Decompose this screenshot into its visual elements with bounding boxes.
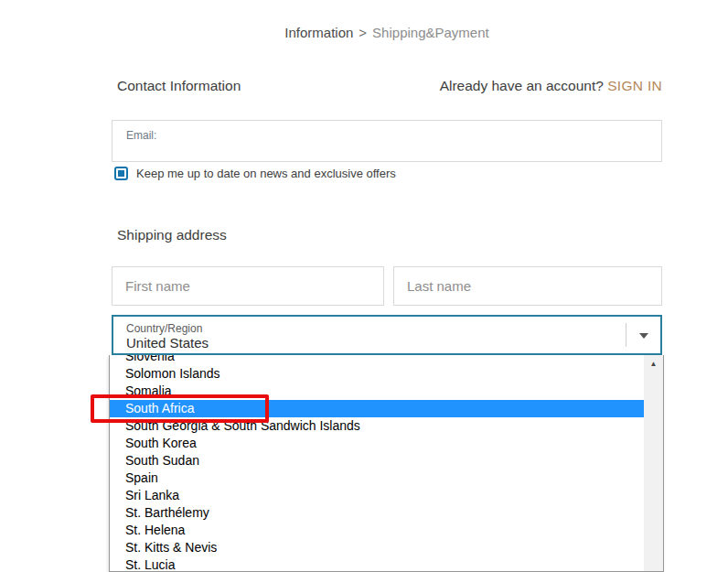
country-option-st-helena[interactable]: St. Helena [110,522,644,539]
first-name-input[interactable] [112,266,384,306]
account-prompt: Already have an account? SIGN IN [440,78,662,94]
breadcrumb-separator: > [359,25,367,40]
newsletter-checkbox[interactable] [114,167,128,180]
breadcrumb-step-shipping-payment[interactable]: Shipping&Payment [372,25,489,40]
country-option-solomon-islands[interactable]: Solomon Islands [110,365,644,383]
country-region-label: Country/Region [126,322,202,335]
country-region-value: United States [126,335,209,351]
sign-in-link[interactable]: SIGN IN [607,78,662,93]
email-input[interactable]: Email: [112,120,662,162]
last-name-input[interactable] [393,266,662,306]
country-dropdown-items: Slovenia Solomon Islands Somalia South A… [110,355,644,572]
scroll-up-arrow-icon[interactable]: ▲ [644,355,663,372]
chevron-down-icon[interactable] [639,333,648,339]
account-prompt-text: Already have an account? [440,78,604,93]
country-option-somalia[interactable]: Somalia [110,383,644,400]
shipping-address-heading: Shipping address [117,227,227,243]
breadcrumb-step-information[interactable]: Information [284,25,353,40]
select-divider [626,323,626,347]
checkout-page: Information>Shipping&Payment Contact Inf… [0,0,728,572]
country-option-south-korea[interactable]: South Korea [110,435,644,452]
country-option-south-africa[interactable]: South Africa [110,400,644,417]
country-option-sri-lanka[interactable]: Sri Lanka [110,487,644,504]
country-option-st-lucia[interactable]: St. Lucia [110,556,644,572]
country-region-select[interactable]: Country/Region United States [112,315,662,355]
newsletter-row: Keep me up to date on news and exclusive… [114,167,396,180]
email-label: Email: [126,129,156,142]
country-option-spain[interactable]: Spain [110,469,644,487]
country-option-south-sudan[interactable]: South Sudan [110,452,644,469]
newsletter-label: Keep me up to date on news and exclusive… [136,167,396,180]
country-option-st-barthelemy[interactable]: St. Barthélemy [110,504,644,522]
country-option-slovenia[interactable]: Slovenia [110,355,644,365]
country-dropdown-list: Slovenia Solomon Islands Somalia South A… [109,355,664,572]
country-option-south-georgia[interactable]: South Georgia & South Sandwich Islands [110,417,644,435]
breadcrumb: Information>Shipping&Payment [112,25,662,40]
contact-information-heading: Contact Information [117,78,241,94]
country-option-st-kitts-nevis[interactable]: St. Kitts & Nevis [110,539,644,556]
dropdown-scrollbar[interactable]: ▲ [644,355,663,571]
checkbox-checked-mark-icon [118,170,124,177]
